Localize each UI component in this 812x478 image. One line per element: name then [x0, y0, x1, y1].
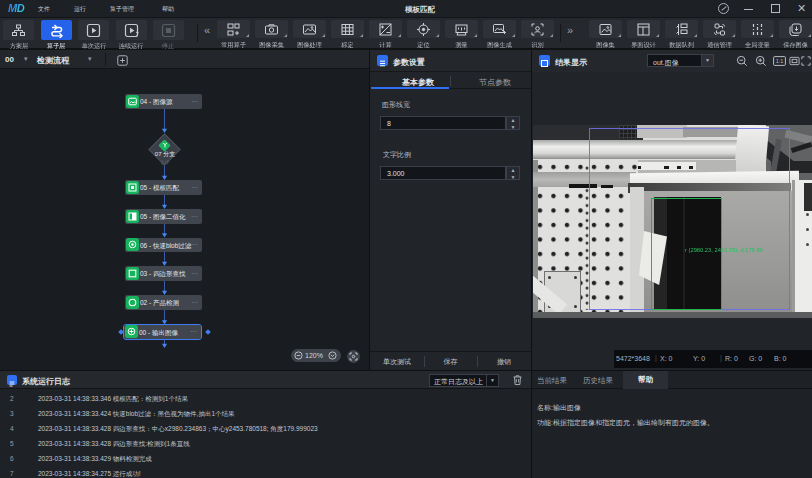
svg-text:1:1: 1:1: [776, 58, 784, 64]
